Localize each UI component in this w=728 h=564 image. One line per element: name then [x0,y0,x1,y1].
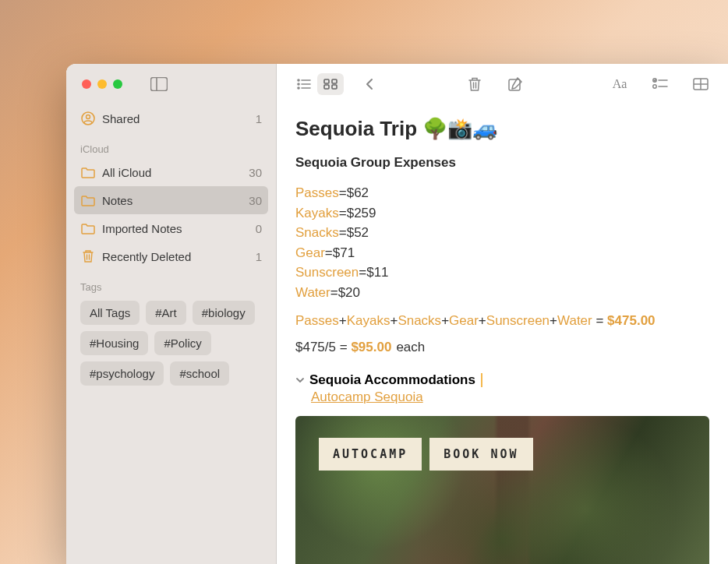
accommodations-label: Sequoia Accommodations [309,372,475,388]
preview-book-now[interactable]: BOOK NOW [429,438,532,471]
sidebar-item-count: 0 [256,222,262,235]
maximize-button[interactable] [113,79,122,89]
expense-row: Kayaks=$259 [295,203,709,224]
sidebar-item-count: 1 [256,250,262,263]
autocamp-link[interactable]: Autocamp Sequoia [311,390,423,405]
note-content[interactable]: Sequoia Trip 🌳📸🚙 Sequoia Group Expenses … [277,104,728,564]
svg-rect-13 [332,85,337,89]
svg-point-4 [298,79,299,81]
chevron-down-icon [295,376,305,384]
expense-row: Water=$20 [295,283,709,303]
sidebar-item-imported-notes[interactable]: Imported Notes 0 [74,214,268,242]
gallery-view-button[interactable] [317,73,344,95]
svg-rect-11 [332,79,337,83]
close-button[interactable] [82,79,91,89]
tag-art[interactable]: #Art [146,301,186,325]
tag-housing[interactable]: #Housing [80,331,148,355]
tag-biology[interactable]: #biology [193,301,255,325]
table-button[interactable] [687,73,714,95]
svg-rect-0 [151,78,168,91]
sidebar-item-count: 30 [249,194,262,207]
checklist-button[interactable] [647,73,673,95]
view-mode-segment [291,73,344,95]
text-cursor [481,373,482,387]
tag-psychology[interactable]: #psychology [80,361,164,386]
person-icon [80,111,96,125]
section-header-icloud[interactable]: iCloud [74,132,268,158]
folder-icon [80,223,96,234]
back-button[interactable] [356,73,383,95]
expense-row: Snacks=$52 [295,223,709,243]
minimize-button[interactable] [97,79,107,89]
trash-icon [80,249,96,263]
expense-sum: Passes+Kayaks+Snacks+Gear+Sunscreen+Wate… [295,313,709,329]
main-area: Aa Sequoia Trip 🌳📸🚙 Sequoia Group Expens… [277,64,728,564]
sidebar-item-count: 1 [256,112,262,125]
sidebar-item-recently-deleted[interactable]: Recently Deleted 1 [74,242,268,270]
per-person: $475/5 = $95.00each [295,340,709,355]
svg-point-6 [298,83,299,85]
sidebar-item-label: Shared [102,112,140,125]
preview-logo: AUTOCAMP [319,438,422,471]
sidebar-item-shared[interactable]: Shared 1 [74,104,268,132]
titlebar [66,64,276,104]
accommodations-header[interactable]: Sequoia Accommodations [295,372,709,388]
tags-container: All Tags #Art #biology #Housing #Policy … [74,296,268,390]
sidebar-item-label: Imported Notes [102,222,182,235]
toolbar: Aa [277,64,728,104]
sidebar-toggle-button[interactable] [150,77,168,91]
format-icon: Aa [613,77,627,91]
notes-window: Shared 1 iCloud All iCloud 30 Notes 30 [66,64,728,564]
list-view-button[interactable] [291,73,317,95]
svg-point-17 [653,84,656,87]
svg-point-8 [298,87,299,89]
expense-row: Gear=$71 [295,243,709,263]
expense-row: Passes=$62 [295,183,709,203]
compose-button[interactable] [502,73,528,95]
tag-policy[interactable]: #Policy [154,331,210,355]
link-preview[interactable]: AUTOCAMP BOOK NOW [295,416,709,564]
folder-icon [80,167,96,178]
sidebar-item-notes[interactable]: Notes 30 [74,186,268,214]
note-title: Sequoia Trip 🌳📸🚙 [295,117,709,141]
delete-button[interactable] [461,73,488,95]
svg-rect-12 [324,85,329,89]
sidebar: Shared 1 iCloud All iCloud 30 Notes 30 [66,64,277,564]
sidebar-item-label: All iCloud [102,166,151,179]
section-header-tags[interactable]: Tags [74,270,268,296]
folder-icon [80,195,96,206]
format-button[interactable]: Aa [606,73,633,95]
svg-point-3 [87,115,90,119]
sidebar-item-label: Recently Deleted [102,250,191,263]
svg-rect-10 [324,79,329,83]
sidebar-item-count: 30 [249,166,262,179]
note-subtitle: Sequoia Group Expenses [295,155,709,171]
sidebar-item-all-icloud[interactable]: All iCloud 30 [74,158,268,186]
expense-row: Sunscreen=$11 [295,263,709,283]
traffic-lights [82,79,122,89]
sidebar-item-label: Notes [102,194,133,207]
tag-all[interactable]: All Tags [80,301,140,325]
tag-school[interactable]: #school [170,361,229,386]
